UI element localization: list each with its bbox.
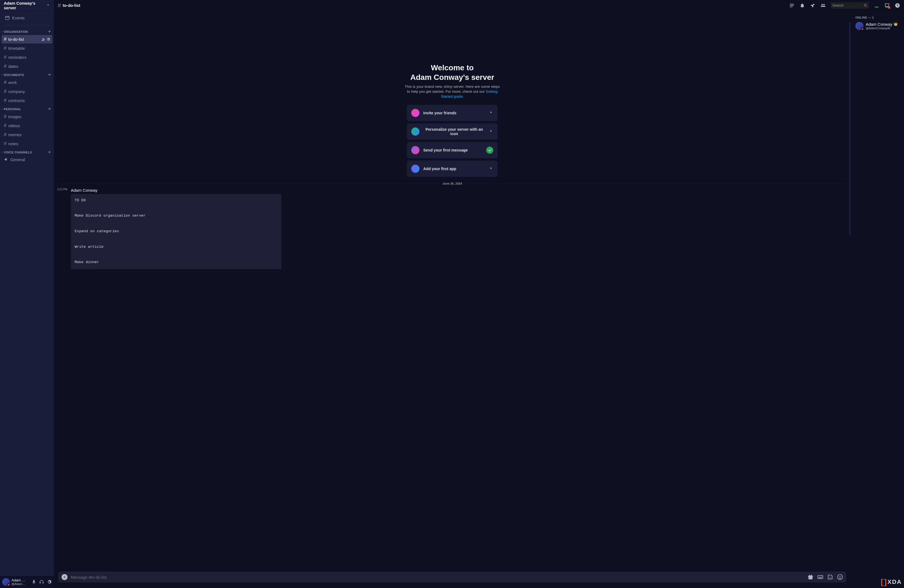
channel-work[interactable]: #work (2, 78, 52, 87)
gear-icon[interactable] (46, 38, 50, 41)
search-input[interactable]: Search (831, 2, 869, 9)
divider (3, 25, 51, 25)
message-input[interactable] (71, 575, 804, 580)
hash-icon: # (4, 63, 6, 69)
category-voice[interactable]: VOICE CHANNELS (0, 148, 54, 155)
events-label: Events (12, 16, 25, 20)
welcome-description: This is your brand new, shiny server. He… (403, 84, 501, 99)
xda-logo: [] XDA (881, 578, 902, 586)
channel-sidebar: Adam Conway's server Events ORGANISATION… (0, 0, 54, 588)
messages-column: Welcome to Adam Conway's server This is … (54, 11, 851, 588)
channel-dates[interactable]: #dates (2, 62, 52, 71)
svg-text:GIF: GIF (819, 576, 822, 579)
channel-title: # to-do-list (58, 2, 80, 9)
message-author[interactable]: Adam Conway (71, 188, 98, 193)
main-area: # to-do-list Search ? Welcome to Adam Co… (54, 0, 904, 588)
inbox-icon[interactable] (884, 3, 890, 8)
card-personalize[interactable]: Personalize your server with an icon (407, 123, 498, 140)
threads-icon[interactable] (789, 3, 795, 8)
gear-icon[interactable] (47, 580, 52, 585)
card-first-app[interactable]: Add your first app (407, 161, 498, 177)
user-avatar[interactable] (2, 578, 10, 586)
calendar-icon (5, 15, 10, 20)
crown-icon: 👑 (894, 22, 898, 26)
svg-point-6 (829, 577, 830, 577)
chevron-down-icon (0, 74, 3, 76)
hash-icon: # (4, 46, 6, 51)
hash-icon: # (4, 89, 6, 94)
member-item[interactable]: Adam Conway 👑 @AdamConwayIE (853, 21, 902, 31)
date-divider: June 26, 2024 (58, 182, 846, 185)
channel-videos[interactable]: #videos (2, 122, 52, 130)
plus-icon[interactable] (47, 29, 52, 34)
chevron-down-icon (0, 108, 3, 111)
hash-icon: # (4, 80, 6, 85)
category-documents[interactable]: DOCUMENTS (0, 71, 54, 78)
top-bar: # to-do-list Search ? (54, 0, 904, 11)
member-avatar (855, 22, 863, 30)
scrollbar[interactable] (849, 11, 851, 588)
invite-icon (411, 109, 419, 117)
channel-to-do-list[interactable]: # to-do-list (2, 35, 52, 43)
gift-icon[interactable] (808, 574, 814, 580)
channel-reminders[interactable]: #reminders (2, 53, 52, 62)
hash-icon: # (4, 98, 6, 103)
voice-general[interactable]: General (2, 156, 52, 163)
svg-text:?: ? (896, 3, 898, 7)
headphones-icon[interactable] (39, 580, 44, 585)
card-first-message[interactable]: Send your first message (407, 142, 498, 158)
channel-notes[interactable]: #notes (2, 139, 52, 148)
sticker-icon[interactable] (827, 574, 833, 580)
message-timestamp: 3:22 PM (57, 188, 67, 191)
channel-contracts[interactable]: #contracts (2, 96, 52, 105)
hash-icon: # (58, 2, 61, 9)
chevron-down-icon (46, 3, 50, 8)
invite-icon[interactable] (41, 38, 45, 41)
notification-badge (888, 6, 890, 9)
hash-icon: # (4, 141, 6, 147)
events-button[interactable]: Events (2, 13, 52, 23)
members-heading: ONLINE — 1 (853, 16, 902, 21)
personalize-icon (411, 128, 419, 136)
members-icon[interactable] (820, 3, 826, 8)
check-icon (486, 147, 493, 154)
svg-point-9 (839, 576, 840, 577)
svg-point-10 (840, 576, 841, 577)
server-header[interactable]: Adam Conway's server (0, 0, 54, 11)
user-info[interactable]: Adam Con... @AdamCon... (11, 579, 27, 586)
members-column: ONLINE — 1 Adam Conway 👑 @AdamConwayIE (851, 11, 904, 588)
card-invite-friends[interactable]: Invite your friends (407, 105, 498, 121)
chevron-right-icon (489, 166, 493, 171)
search-icon (863, 3, 868, 7)
app-icon (411, 164, 419, 173)
code-block: TO DO Make Discord organisation server E… (71, 194, 281, 269)
category-personal[interactable]: PERSONAL (0, 105, 54, 112)
mic-icon[interactable] (32, 580, 36, 585)
gif-icon[interactable]: GIF (817, 574, 823, 580)
svg-point-1 (864, 4, 866, 6)
plus-icon[interactable] (47, 107, 52, 112)
plus-icon[interactable] (47, 150, 52, 155)
hash-icon: # (4, 54, 6, 60)
message-composer: GIF (58, 572, 846, 583)
message-row: 3:22 PM Adam Conway TO DO Make Discord o… (54, 187, 851, 270)
channel-company[interactable]: #company (2, 87, 52, 96)
category-organisation[interactable]: ORGANISATION (0, 28, 54, 35)
hash-icon: # (4, 132, 6, 138)
pin-icon[interactable] (810, 3, 815, 8)
channel-memes[interactable]: #memes (2, 130, 52, 139)
welcome-block: Welcome to Adam Conway's server This is … (54, 11, 851, 177)
help-icon[interactable]: ? (895, 3, 900, 8)
download-icon[interactable] (874, 3, 879, 8)
hash-icon: # (4, 123, 6, 128)
message-icon (411, 146, 419, 154)
attach-button[interactable] (62, 574, 68, 580)
notifications-icon[interactable] (800, 3, 805, 8)
emoji-icon[interactable] (837, 574, 843, 580)
svg-point-7 (831, 577, 831, 577)
welcome-line1: Welcome to (54, 63, 851, 73)
channel-images[interactable]: #images (2, 112, 52, 121)
chevron-down-icon (0, 30, 3, 33)
channel-timetable[interactable]: #timetable (2, 44, 52, 52)
plus-icon[interactable] (47, 73, 52, 77)
